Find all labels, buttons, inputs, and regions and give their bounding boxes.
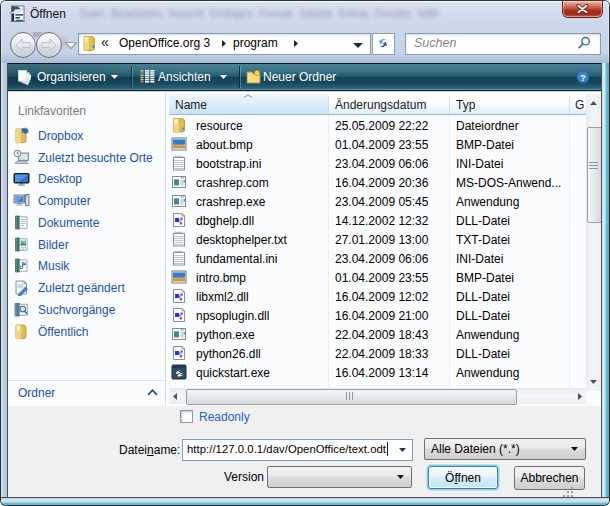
svg-text:?: ? <box>580 72 586 83</box>
